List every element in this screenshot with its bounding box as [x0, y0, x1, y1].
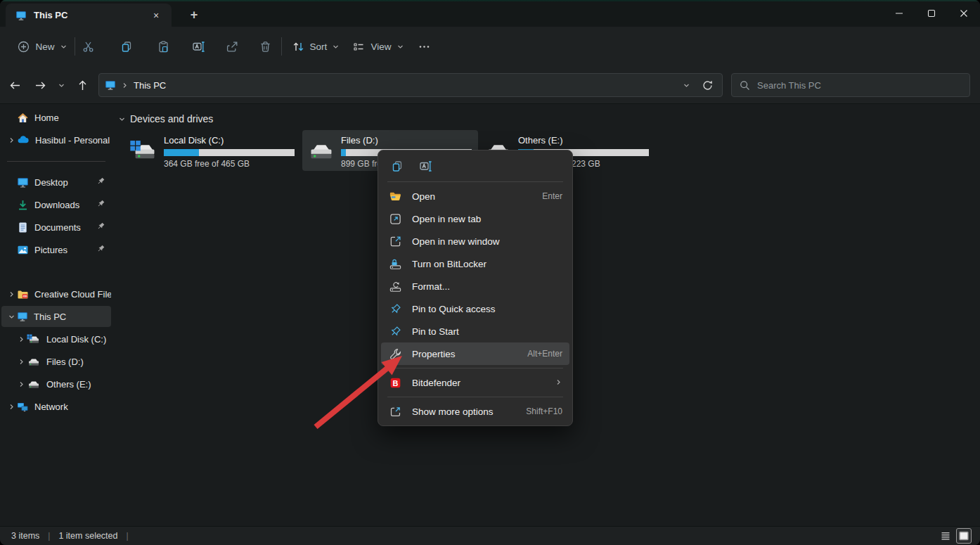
details-view-button[interactable] [938, 528, 953, 544]
bitlocker-icon [388, 257, 402, 271]
menu-item-open-in-new-window[interactable]: Open in new window [381, 230, 569, 252]
section-devices-and-drives[interactable]: Devices and drives [118, 113, 213, 124]
sidebar-item-local-disk-c[interactable]: Local Disk (C:) [1, 328, 111, 350]
sidebar-item-hasibul-personal[interactable]: Hasibul - Personal [1, 129, 111, 150]
chevron-down-icon [58, 82, 65, 89]
quick-actions-row [381, 153, 569, 179]
address-row: This PC [0, 66, 980, 104]
sidebar-item-creative-cloud-files[interactable]: Creative Cloud Files [1, 283, 111, 304]
sidebar-item-label: This PC [34, 312, 111, 322]
refresh-icon[interactable] [702, 79, 714, 91]
folder-open-icon [388, 190, 402, 203]
documents-icon [17, 222, 29, 233]
menu-item-open[interactable]: OpenEnter [381, 185, 569, 207]
search-box[interactable] [731, 73, 970, 97]
window-top-edge [0, 0, 980, 1]
menu-item-format[interactable]: Format... [381, 275, 569, 297]
sort-button-label: Sort [310, 41, 328, 52]
rename-button[interactable] [184, 32, 212, 60]
sidebar-item-others-e[interactable]: Others (E:) [1, 373, 111, 395]
thumbnails-view-icon [958, 530, 969, 541]
chevron-right-icon[interactable] [6, 290, 17, 298]
cut-button[interactable] [74, 32, 102, 60]
new-tab-button[interactable]: + [184, 5, 204, 25]
sort-button[interactable]: Sort [288, 32, 343, 60]
desktop-icon [17, 177, 29, 188]
menu-item-open-in-new-tab[interactable]: Open in new tab [381, 207, 569, 230]
menu-item-show-more-options[interactable]: Show more optionsShift+F10 [381, 400, 569, 423]
drive-tile-local-disk-c[interactable]: Local Disk (C:)364 GB free of 465 GB [125, 130, 301, 171]
menu-item-label: Open in new tab [412, 214, 562, 224]
delete-button[interactable] [251, 32, 279, 60]
sidebar-item-label: Local Disk (C:) [46, 334, 111, 345]
menu-item-label: Bitdefender [412, 378, 555, 388]
minimize-icon[interactable] [883, 0, 915, 27]
chevron-right-icon[interactable] [15, 380, 27, 388]
open-new-window-icon [388, 235, 402, 248]
tab-close-icon[interactable]: × [148, 7, 165, 24]
plus-circle-icon [17, 40, 30, 53]
recent-locations-button[interactable] [52, 73, 70, 97]
drive-name: Local Disk (C:) [164, 134, 297, 146]
chevron-right-icon[interactable] [6, 403, 17, 411]
menu-item-pin-to-quick-access[interactable]: Pin to Quick access [381, 297, 569, 320]
view-button[interactable]: View [349, 32, 408, 60]
close-icon[interactable] [948, 0, 980, 27]
this-pc-icon [17, 311, 28, 322]
address-dropdown-icon[interactable] [683, 82, 690, 89]
capacity-bar-fill [164, 149, 199, 156]
sidebar-item-this-pc[interactable]: This PC [1, 306, 111, 327]
share-button[interactable] [218, 32, 246, 60]
rename-quick-button[interactable] [413, 155, 437, 177]
chevron-right-icon[interactable] [15, 358, 27, 366]
sidebar-item-pictures[interactable]: Pictures [1, 239, 111, 260]
chevron-right-icon[interactable] [15, 335, 27, 343]
menu-item-properties[interactable]: PropertiesAlt+Enter [381, 342, 569, 365]
chevron-right-icon[interactable] [6, 136, 17, 144]
menu-item-label: Pin to Start [412, 326, 562, 337]
sidebar-item-label: Others (E:) [46, 379, 111, 390]
see-more-button[interactable] [411, 32, 437, 60]
address-bar[interactable]: This PC [98, 73, 723, 97]
tab-this-pc[interactable]: This PC × [6, 4, 172, 27]
menu-item-pin-to-start[interactable]: Pin to Start [381, 320, 569, 342]
maximize-icon[interactable] [915, 0, 948, 27]
drive-icon [129, 140, 159, 162]
copy-quick-button[interactable] [385, 155, 409, 177]
selection-count: 1 item selected [58, 531, 117, 541]
menu-item-bitdefender[interactable]: BBitdefender [381, 371, 569, 394]
menu-item-label: Turn on BitLocker [412, 259, 562, 269]
tab-title: This PC [34, 10, 141, 20]
menu-item-label: Pin to Quick access [412, 304, 562, 314]
chevron-down-icon[interactable] [6, 313, 17, 321]
file-explorer-window: This PC × + New Sort [0, 0, 980, 545]
search-input[interactable] [757, 80, 962, 91]
menu-item-turn-on-bitlocker[interactable]: Turn on BitLocker [381, 252, 569, 275]
downloads-icon [17, 199, 29, 211]
sidebar-item-documents[interactable]: Documents [1, 217, 111, 238]
sidebar-item-home[interactable]: Home [1, 107, 111, 128]
sidebar-item-desktop[interactable]: Desktop [1, 172, 111, 193]
details-view-icon [940, 530, 951, 541]
drive-icon [27, 357, 41, 367]
window-controls [883, 0, 980, 27]
chevron-down-icon [332, 43, 340, 51]
up-button[interactable] [70, 73, 94, 97]
thumbnails-view-button[interactable] [956, 528, 972, 544]
navigation-pane: HomeHasibul - PersonalDesktopDownloadsDo… [0, 105, 112, 526]
sidebar-item-label: Network [34, 402, 111, 412]
copy-button[interactable] [112, 32, 141, 60]
menu-item-label: Open in new window [412, 236, 562, 247]
show-more-icon [388, 405, 402, 418]
copy-icon [391, 160, 404, 173]
sidebar-item-downloads[interactable]: Downloads [1, 194, 111, 215]
sidebar-item-files-d[interactable]: Files (D:) [1, 351, 111, 372]
paste-button[interactable] [149, 32, 177, 60]
pictures-icon [17, 244, 29, 256]
sidebar-item-network[interactable]: Network [1, 396, 111, 417]
cut-icon [82, 40, 95, 53]
forward-button[interactable] [28, 73, 52, 97]
command-chrome: New Sort View [0, 27, 980, 104]
back-button[interactable] [3, 73, 27, 97]
new-button[interactable]: New [10, 32, 75, 60]
